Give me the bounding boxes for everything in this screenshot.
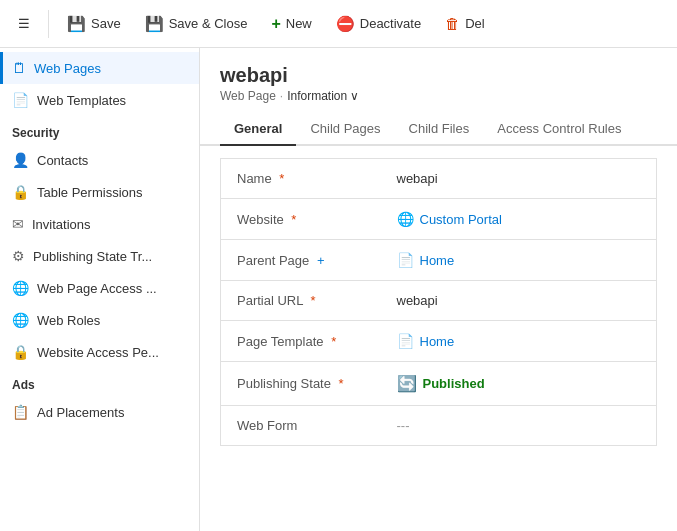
sidebar-item-website-access[interactable]: 🔒 Website Access Pe... [0, 336, 199, 368]
toolbar-divider-1 [48, 10, 49, 38]
globe-icon: 🌐 [397, 211, 414, 227]
published-badge: 🔄 Published [397, 374, 641, 393]
deactivate-icon: ⛔ [336, 15, 355, 33]
sidebar-item-table-permissions[interactable]: 🔒 Table Permissions [0, 176, 199, 208]
sidebar-item-label-web-templates: Web Templates [37, 93, 126, 108]
sidebar-item-web-page-access[interactable]: 🌐 Web Page Access ... [0, 272, 199, 304]
field-value-partial-url: webapi [381, 281, 657, 321]
sidebar-item-web-pages[interactable]: 🗒 Web Pages [0, 52, 199, 84]
sidebar-item-publishing-state[interactable]: ⚙ Publishing State Tr... [0, 240, 199, 272]
tab-child-pages-label: Child Pages [310, 121, 380, 136]
table-row: Name * webapi [221, 159, 657, 199]
contacts-icon: 👤 [12, 152, 29, 168]
tab-child-files[interactable]: Child Files [395, 113, 484, 146]
sidebar-item-ad-placements[interactable]: 📋 Ad Placements [0, 396, 199, 428]
table-row: Partial URL * webapi [221, 281, 657, 321]
field-label-publishing-state: Publishing State * [221, 362, 381, 406]
breadcrumb: Web Page · Information ∨ [220, 89, 657, 103]
field-value-web-form: --- [381, 406, 657, 446]
chevron-down-icon: ∨ [350, 89, 359, 103]
toolbar: ☰ 💾 Save 💾 Save & Close + New ⛔ Deactiva… [0, 0, 677, 48]
page-icon: 📄 [397, 252, 414, 268]
breadcrumb-section[interactable]: Information ∨ [287, 89, 359, 103]
web-pages-icon: 🗒 [12, 60, 26, 76]
save-close-label: Save & Close [169, 16, 248, 31]
table-row: Web Form --- [221, 406, 657, 446]
table-row: Publishing State * 🔄 Published [221, 362, 657, 406]
required-asterisk-publishing-state: * [339, 376, 344, 391]
published-icon: 🔄 [397, 374, 417, 393]
tab-access-control-rules-label: Access Control Rules [497, 121, 621, 136]
new-button[interactable]: + New [261, 10, 321, 38]
table-permissions-icon: 🔒 [12, 184, 29, 200]
sidebar-item-invitations[interactable]: ✉ Invitations [0, 208, 199, 240]
deactivate-button[interactable]: ⛔ Deactivate [326, 10, 431, 38]
field-value-parent-page[interactable]: 📄 Home [381, 240, 657, 281]
sidebar: 🗒 Web Pages 📄 Web Templates Security 👤 C… [0, 48, 200, 531]
tab-child-pages[interactable]: Child Pages [296, 113, 394, 146]
page-template-link[interactable]: 📄 Home [397, 333, 641, 349]
hamburger-icon: ☰ [18, 16, 30, 31]
sidebar-item-label-website-access: Website Access Pe... [37, 345, 159, 360]
del-label: Del [465, 16, 485, 31]
required-asterisk-page-template: * [331, 334, 336, 349]
field-label-page-template: Page Template * [221, 321, 381, 362]
sidebar-item-web-roles[interactable]: 🌐 Web Roles [0, 304, 199, 336]
parent-page-link[interactable]: 📄 Home [397, 252, 641, 268]
table-row: Website * 🌐 Custom Portal [221, 199, 657, 240]
breadcrumb-separator: · [280, 89, 283, 103]
web-templates-icon: 📄 [12, 92, 29, 108]
save-button[interactable]: 💾 Save [57, 10, 131, 38]
tab-access-control-rules[interactable]: Access Control Rules [483, 113, 635, 146]
website-access-icon: 🔒 [12, 344, 29, 360]
template-icon: 📄 [397, 333, 414, 349]
content-area: webapi Web Page · Information ∨ General … [200, 48, 677, 531]
table-row: Parent Page + 📄 Home [221, 240, 657, 281]
field-value-publishing-state[interactable]: 🔄 Published [381, 362, 657, 406]
sidebar-item-label-contacts: Contacts [37, 153, 88, 168]
sidebar-item-label-publishing-state: Publishing State Tr... [33, 249, 152, 264]
field-value-website[interactable]: 🌐 Custom Portal [381, 199, 657, 240]
page-title: webapi [220, 64, 657, 87]
new-icon: + [271, 15, 280, 33]
web-page-access-icon: 🌐 [12, 280, 29, 296]
publishing-state-icon: ⚙ [12, 248, 25, 264]
required-asterisk-partial-url: * [311, 293, 316, 308]
field-label-name: Name * [221, 159, 381, 199]
tab-general[interactable]: General [220, 113, 296, 146]
sidebar-item-label-table-permissions: Table Permissions [37, 185, 143, 200]
web-roles-icon: 🌐 [12, 312, 29, 328]
breadcrumb-type: Web Page [220, 89, 276, 103]
breadcrumb-section-label: Information [287, 89, 347, 103]
table-row: Page Template * 📄 Home [221, 321, 657, 362]
field-label-web-form: Web Form [221, 406, 381, 446]
save-label: Save [91, 16, 121, 31]
field-value-name: webapi [381, 159, 657, 199]
sidebar-item-label-web-pages: Web Pages [34, 61, 101, 76]
save-icon: 💾 [67, 15, 86, 33]
required-asterisk-name: * [279, 171, 284, 186]
field-label-parent-page: Parent Page + [221, 240, 381, 281]
hamburger-menu[interactable]: ☰ [8, 8, 40, 40]
page-header: webapi Web Page · Information ∨ [200, 48, 677, 103]
new-label: New [286, 16, 312, 31]
ads-section-header: Ads [0, 368, 199, 396]
tabs-bar: General Child Pages Child Files Access C… [200, 113, 677, 146]
required-plus-parent-page: + [317, 253, 325, 268]
field-label-partial-url: Partial URL * [221, 281, 381, 321]
delete-button[interactable]: 🗑 Del [435, 10, 495, 37]
required-asterisk-website: * [291, 212, 296, 227]
form-table: Name * webapi Website * [220, 158, 657, 446]
sidebar-item-label-ad-placements: Ad Placements [37, 405, 124, 420]
sidebar-item-web-templates[interactable]: 📄 Web Templates [0, 84, 199, 116]
field-value-page-template[interactable]: 📄 Home [381, 321, 657, 362]
tab-child-files-label: Child Files [409, 121, 470, 136]
security-section-header: Security [0, 116, 199, 144]
sidebar-item-label-web-page-access: Web Page Access ... [37, 281, 157, 296]
website-link[interactable]: 🌐 Custom Portal [397, 211, 641, 227]
sidebar-item-label-web-roles: Web Roles [37, 313, 100, 328]
ad-placements-icon: 📋 [12, 404, 29, 420]
invitations-icon: ✉ [12, 216, 24, 232]
sidebar-item-contacts[interactable]: 👤 Contacts [0, 144, 199, 176]
save-close-button[interactable]: 💾 Save & Close [135, 10, 258, 38]
